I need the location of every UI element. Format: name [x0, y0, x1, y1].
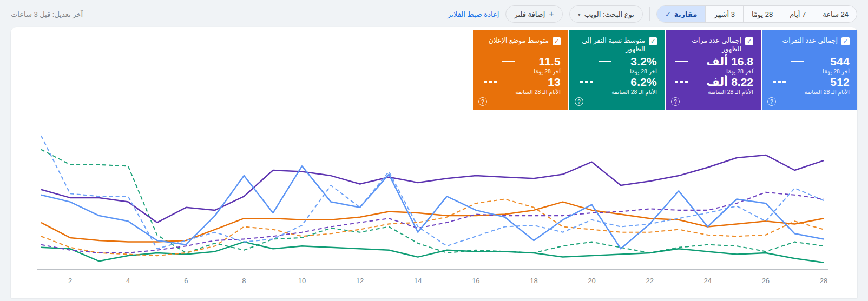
impressions-current-value: 16.8 ألف: [706, 55, 753, 68]
performance-chart-area: 246810121416182022242628: [37, 123, 828, 291]
filters-toolbar: 24 ساعة 7 أيام 28 يومًا 3 أشهر مقارنة ✓ …: [0, 0, 868, 27]
impressions-previous-label: الأيام الـ 28 السابقة: [706, 89, 753, 95]
clicks-current-value: 544: [823, 55, 850, 68]
date-range-7d-label: 7 أيام: [790, 10, 806, 18]
date-range-compare[interactable]: مقارنة ✓: [657, 6, 706, 22]
ctr-previous-label: الأيام الـ 28 السابقة: [611, 89, 657, 95]
dashed-line-sample-icon: [580, 81, 593, 83]
reset-filters-link[interactable]: إعادة ضبط الفلاتر: [448, 10, 499, 18]
x-tick-label: 28: [820, 277, 827, 285]
toolbar-divider: [649, 7, 650, 21]
x-tick-label: 18: [530, 277, 537, 285]
metric-card-position[interactable]: ✓ متوسط موضع الإعلان 11.5 آخر 28 يومًا 1…: [473, 30, 568, 110]
date-range-3m-label: 3 أشهر: [714, 10, 735, 18]
metric-cards-row: ✓ إجمالي عدد النقرات 544 آخر 28 يومًا 51…: [11, 27, 857, 110]
impressions-card-title: إجمالي عدد مرات الظهور: [673, 37, 741, 53]
clicks-current-label: آخر 28 يومًا: [823, 68, 850, 75]
clicks-card-title: إجمالي عدد النقرات: [782, 37, 838, 45]
date-range-24h-label: 24 ساعة: [823, 10, 849, 18]
ctr-previous-value: 6.2%: [611, 76, 657, 88]
dashed-line-sample-icon: [484, 81, 497, 83]
solid-line-sample-icon: [791, 61, 804, 62]
position-card-title: متوسط موضع الإعلان: [489, 37, 549, 45]
search-type-button[interactable]: نوع البحث: الويب ▾: [569, 5, 643, 23]
position-current-value: 11.5: [534, 55, 561, 68]
plus-icon: +: [549, 9, 554, 19]
position-previous-value: 13: [515, 76, 561, 88]
x-tick-label: 20: [588, 277, 595, 285]
impressions-current-label: آخر 28 يومًا: [706, 68, 753, 75]
chart-line-clicks-previous: [41, 136, 824, 249]
x-tick-label: 2: [68, 277, 72, 285]
ctr-card-title: متوسط نسبة النقر إلى الظهور: [577, 37, 645, 53]
date-range-7d[interactable]: 7 أيام: [781, 6, 814, 22]
position-checkbox[interactable]: ✓: [553, 37, 561, 45]
x-tick-label: 12: [356, 277, 364, 285]
date-range-3m[interactable]: 3 أشهر: [706, 6, 744, 22]
check-icon: ✓: [747, 38, 752, 45]
date-range-24h[interactable]: 24 ساعة: [814, 6, 857, 22]
date-range-28d[interactable]: 28 يومًا: [744, 6, 781, 22]
add-filter-label: إضافة فلتر: [514, 10, 545, 18]
position-previous-label: الأيام الـ 28 السابقة: [515, 89, 561, 95]
check-icon: ✓: [843, 38, 848, 45]
x-axis-tick-labels: 246810121416182022242628: [37, 275, 828, 291]
help-icon[interactable]: ?: [767, 97, 776, 106]
help-icon[interactable]: ?: [575, 97, 583, 106]
solid-line-sample-icon: [675, 61, 688, 62]
metric-card-ctr[interactable]: ✓ متوسط نسبة النقر إلى الظهور 3.2% آخر 2…: [569, 30, 665, 110]
solid-line-sample-icon: [502, 61, 515, 62]
ctr-checkbox[interactable]: ✓: [649, 37, 657, 45]
x-tick-label: 24: [704, 277, 712, 285]
check-icon: ✓: [665, 10, 671, 18]
dashed-line-sample-icon: [675, 81, 688, 83]
performance-line-chart[interactable]: [37, 123, 828, 270]
chart-line-impressions-current: [41, 155, 824, 223]
metric-card-impressions[interactable]: ✓ إجمالي عدد مرات الظهور 16.8 ألف آخر 28…: [666, 30, 761, 110]
solid-line-sample-icon: [599, 61, 611, 62]
x-tick-label: 22: [646, 277, 653, 285]
help-icon[interactable]: ?: [671, 97, 680, 106]
add-filter-button[interactable]: + إضافة فلتر: [505, 5, 562, 23]
clicks-checkbox[interactable]: ✓: [841, 37, 850, 45]
check-icon: ✓: [650, 38, 655, 45]
x-tick-label: 26: [762, 277, 770, 285]
impressions-checkbox[interactable]: ✓: [745, 37, 753, 45]
x-tick-label: 8: [242, 277, 246, 285]
x-tick-label: 10: [298, 277, 306, 285]
clicks-previous-label: الأيام الـ 28 السابقة: [804, 89, 850, 95]
chart-line-position-previous: [41, 199, 824, 256]
last-modified-text: آخر تعديل: قبل 3 ساعات: [11, 10, 83, 18]
dashed-line-sample-icon: [773, 81, 786, 83]
clicks-previous-value: 512: [804, 76, 850, 88]
chart-line-impressions-previous: [41, 192, 824, 253]
chevron-down-icon: ▾: [578, 11, 581, 17]
search-type-label: نوع البحث: الويب: [584, 10, 634, 18]
x-tick-label: 6: [184, 277, 188, 285]
help-icon[interactable]: ?: [478, 97, 487, 106]
x-tick-label: 14: [414, 277, 422, 285]
date-range-control: 24 ساعة 7 أيام 28 يومًا 3 أشهر مقارنة ✓: [656, 5, 857, 23]
metric-card-clicks[interactable]: ✓ إجمالي عدد النقرات 544 آخر 28 يومًا 51…: [762, 30, 857, 110]
chart-line-ctr-previous: [41, 150, 824, 253]
performance-panel: ✓ إجمالي عدد النقرات 544 آخر 28 يومًا 51…: [11, 27, 857, 298]
ctr-current-value: 3.2%: [630, 55, 657, 68]
check-icon: ✓: [554, 38, 559, 45]
impressions-previous-value: 8.22 ألف: [706, 76, 753, 88]
position-current-label: آخر 28 يومًا: [534, 68, 561, 75]
ctr-current-label: آخر 28 يومًا: [630, 68, 657, 75]
date-range-28d-label: 28 يومًا: [752, 10, 773, 18]
date-range-compare-label: مقارنة: [674, 10, 698, 18]
x-tick-label: 4: [126, 277, 130, 285]
x-tick-label: 16: [472, 277, 479, 285]
